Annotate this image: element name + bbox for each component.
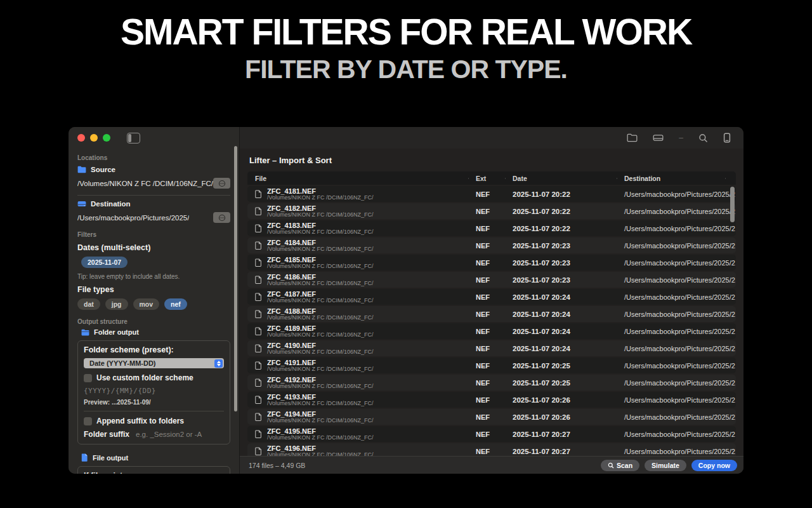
file-type-chip[interactable]: jpg: [105, 298, 128, 310]
file-cell: ZFC_4195.NEF /Volumes/NIKON Z FC /DCIM/1…: [247, 427, 468, 441]
table-row[interactable]: ZFC_4188.NEF /Volumes/NIKON Z FC /DCIM/1…: [247, 306, 736, 322]
page-title: Lifter – Import & Sort: [249, 156, 332, 165]
source-path-row: /Volumes/NIKON Z FC /DCIM/106NZ_FC/: [77, 178, 230, 189]
file-type-chip[interactable]: mov: [133, 298, 160, 310]
table-row[interactable]: ZFC_4193.NEF /Volumes/NIKON Z FC /DCIM/1…: [247, 392, 736, 408]
file-name: ZFC_4183.NEF: [267, 222, 374, 229]
file-output-icon: [81, 453, 88, 462]
table-row[interactable]: ZFC_4186.NEF /Volumes/NIKON Z FC /DCIM/1…: [247, 272, 736, 288]
ext-cell: NEF: [468, 208, 505, 215]
table-row[interactable]: ZFC_4192.NEF /Volumes/NIKON Z FC /DCIM/1…: [247, 375, 736, 391]
zoom-window-button[interactable]: [103, 134, 110, 142]
table-row[interactable]: ZFC_4185.NEF /Volumes/NIKON Z FC /DCIM/1…: [247, 255, 736, 271]
file-cell: ZFC_4192.NEF /Volumes/NIKON Z FC /DCIM/1…: [247, 376, 468, 390]
date-chip[interactable]: 2025-11-07: [81, 257, 128, 268]
file-type-chip[interactable]: dat: [77, 298, 100, 310]
destination-cell: /Users/macbookpro/Pictures/2025/2…: [617, 208, 736, 215]
file-path: /Volumes/NIKON Z FC /DCIM/106NZ_FC/: [267, 298, 374, 304]
source-more-button[interactable]: [213, 178, 230, 189]
table-row[interactable]: ZFC_4181.NEF /Volumes/NIKON Z FC /DCIM/1…: [247, 186, 736, 202]
column-header-ext[interactable]: Ext: [468, 175, 505, 182]
file-cell: ZFC_4181.NEF /Volumes/NIKON Z FC /DCIM/1…: [247, 187, 468, 201]
simulate-button[interactable]: Simulate: [645, 460, 686, 471]
table-row[interactable]: ZFC_4187.NEF /Volumes/NIKON Z FC /DCIM/1…: [247, 289, 736, 305]
file-name: ZFC_4186.NEF: [267, 273, 374, 281]
close-window-button[interactable]: [77, 134, 85, 142]
file-icon: [255, 310, 262, 318]
file-meta: ZFC_4187.NEF /Volumes/NIKON Z FC /DCIM/1…: [267, 290, 374, 304]
date-cell: 2025-11-07 20:24: [505, 311, 617, 318]
table-row[interactable]: ZFC_4190.NEF /Volumes/NIKON Z FC /DCIM/1…: [247, 340, 736, 356]
column-header-file[interactable]: File: [247, 175, 468, 182]
file-cell: ZFC_4186.NEF /Volumes/NIKON Z FC /DCIM/1…: [247, 273, 468, 287]
custom-template-field[interactable]: {YYYY}/{MM}/{DD}: [84, 387, 224, 395]
ext-cell: NEF: [468, 431, 505, 438]
file-name: ZFC_4190.NEF: [267, 342, 374, 349]
file-type-chips: datjpgmovnef: [77, 298, 230, 310]
file-name: ZFC_4184.NEF: [267, 239, 374, 246]
device-icon[interactable]: [723, 133, 731, 143]
file-meta: ZFC_4183.NEF /Volumes/NIKON Z FC /DCIM/1…: [267, 222, 374, 236]
sidebar: Locations Source /Volumes/NIKON Z FC /DC…: [69, 127, 240, 474]
file-table: File Ext Date Destination ZFC_4181.NEF /…: [247, 171, 736, 456]
folder-suffix-input[interactable]: [134, 430, 224, 439]
column-header-date[interactable]: Date: [505, 175, 617, 182]
table-row[interactable]: ZFC_4184.NEF /Volumes/NIKON Z FC /DCIM/1…: [247, 237, 736, 253]
table-row[interactable]: ZFC_4182.NEF /Volumes/NIKON Z FC /DCIM/1…: [247, 203, 736, 219]
destination-row: Destination: [77, 200, 230, 208]
file-path: /Volumes/NIKON Z FC /DCIM/106NZ_FC/: [267, 435, 374, 441]
table-row[interactable]: ZFC_4191.NEF /Volumes/NIKON Z FC /DCIM/1…: [247, 358, 736, 373]
file-name: ZFC_4191.NEF: [267, 359, 374, 366]
file-meta: ZFC_4181.NEF /Volumes/NIKON Z FC /DCIM/1…: [267, 187, 374, 201]
column-header-destination[interactable]: Destination: [617, 175, 736, 182]
scan-button[interactable]: Scan: [601, 460, 639, 471]
table-row[interactable]: ZFC_4194.NEF /Volumes/NIKON Z FC /DCIM/1…: [247, 409, 736, 425]
file-icon: [255, 293, 262, 301]
folder-scheme-select[interactable]: Date (YYYY-MM-DD): [84, 358, 224, 368]
destination-path-row: /Users/macbookpro/Pictures/2025/: [77, 212, 230, 223]
folder-icon[interactable]: [627, 133, 638, 142]
table-row[interactable]: ZFC_4189.NEF /Volumes/NIKON Z FC /DCIM/1…: [247, 323, 736, 339]
copy-now-button[interactable]: Copy now: [691, 460, 737, 471]
file-path: /Volumes/NIKON Z FC /DCIM/106NZ_FC/: [267, 229, 374, 236]
file-icon: [255, 276, 262, 284]
destination-cell: /Users/macbookpro/Pictures/2025/2…: [617, 362, 736, 370]
source-path: /Volumes/NIKON Z FC /DCIM/106NZ_FC/: [77, 180, 213, 187]
drive-icon[interactable]: [653, 133, 664, 142]
folder-scheme-label: Folder scheme (preset):: [84, 345, 224, 354]
file-meta: ZFC_4195.NEF /Volumes/NIKON Z FC /DCIM/1…: [267, 427, 374, 441]
minimize-window-button[interactable]: [90, 134, 98, 142]
destination-cell: /Users/macbookpro/Pictures/2025/2…: [617, 293, 736, 301]
append-folder-suffix-checkbox[interactable]: [84, 417, 92, 425]
sidebar-toggle-icon[interactable]: [127, 133, 140, 144]
destination-more-button[interactable]: [213, 212, 230, 223]
table-row[interactable]: ZFC_4195.NEF /Volumes/NIKON Z FC /DCIM/1…: [247, 426, 736, 442]
folder-scheme-value: Date (YYYY-MM-DD): [89, 359, 214, 367]
date-cell: 2025-11-07 20:24: [505, 345, 617, 352]
destination-cell: /Users/macbookpro/Pictures/2025/2…: [617, 225, 736, 232]
file-icon: [255, 447, 262, 455]
table-row[interactable]: ZFC_4196.NEF /Volumes/NIKON Z FC /DCIM/1…: [247, 443, 736, 456]
file-path: /Volumes/NIKON Z FC /DCIM/106NZ_FC/: [267, 349, 374, 356]
append-folder-suffix-label: Append suffix to folders: [96, 417, 184, 425]
output-section-header: Output structure: [77, 318, 230, 325]
ext-cell: NEF: [468, 396, 505, 404]
sidebar-titlebar: [77, 127, 230, 149]
table-scrollbar[interactable]: [730, 187, 735, 222]
date-cell: 2025-11-07 20:22: [505, 190, 617, 198]
dates-tip: Tip: leave empty to include all dates.: [77, 273, 230, 280]
file-cell: ZFC_4187.NEF /Volumes/NIKON Z FC /DCIM/1…: [247, 290, 468, 304]
file-name: ZFC_4193.NEF: [267, 393, 374, 401]
file-type-chip[interactable]: nef: [164, 298, 187, 310]
file-path: /Volumes/NIKON Z FC /DCIM/106NZ_FC/: [267, 264, 374, 270]
file-cell: ZFC_4188.NEF /Volumes/NIKON Z FC /DCIM/1…: [247, 307, 468, 321]
search-icon[interactable]: [698, 133, 708, 143]
table-row[interactable]: ZFC_4183.NEF /Volumes/NIKON Z FC /DCIM/1…: [247, 220, 736, 236]
sidebar-scrollbar[interactable]: [234, 146, 237, 411]
main-pane: – Lifter – Import & Sort File Ext Date D…: [240, 127, 743, 474]
custom-scheme-checkbox[interactable]: [84, 374, 92, 382]
file-meta: ZFC_4196.NEF /Volumes/NIKON Z FC /DCIM/1…: [267, 444, 374, 457]
file-path: /Volumes/NIKON Z FC /DCIM/106NZ_FC/: [267, 212, 374, 218]
destination-cell: /Users/macbookpro/Pictures/2025/2…: [617, 328, 736, 335]
destination-cell: /Users/macbookpro/Pictures/2025/2…: [617, 259, 736, 267]
